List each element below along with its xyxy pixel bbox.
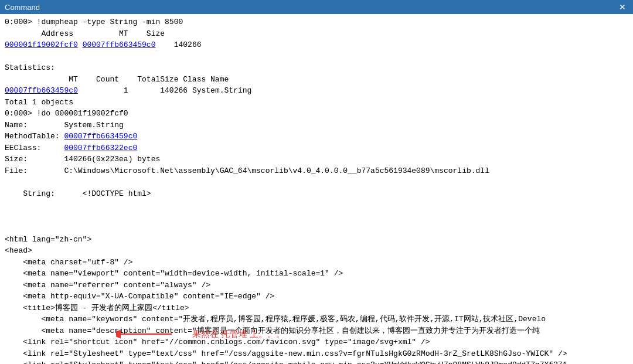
terminal-line: <link rel="Stylesheet" type="text/css" h… <box>5 348 628 360</box>
address-link-2[interactable]: 00007ffb663459c0 <box>83 40 156 49</box>
terminal-line: Total 1 objects <box>5 97 628 108</box>
eeclass-link[interactable]: 00007ffb66322ec0 <box>64 144 137 152</box>
terminal-line: <link rel="shortcut icon" href="//common… <box>5 336 628 348</box>
close-button[interactable]: ✕ <box>617 2 628 12</box>
terminal-line: <meta name="keywords" content="开发者,程序员,博… <box>5 314 628 325</box>
string-doctype-line: String: <!DOCTYPE html> 果然在 托管堆 上。。。 <box>5 176 628 234</box>
address-data-line: 000001f19002fcf0 00007ffb663459c0 140266 <box>5 39 628 51</box>
terminal-line: 0:000> !dumpheap -type String -min 8500 <box>5 16 628 28</box>
terminal-line: <html lang="zh-cn"> <box>5 234 628 246</box>
terminal-line: <meta http-equiv="X-UA-Compatible" conte… <box>5 291 628 302</box>
address-link-1[interactable]: 000001f19002fcf0 <box>5 40 78 49</box>
terminal-line: Size: 140266(0x223ea) bytes <box>5 154 628 165</box>
terminal-line: Name: System.String <box>5 120 628 131</box>
title-bar: Command ✕ <box>0 0 633 14</box>
terminal-line: <head> <box>5 245 628 257</box>
terminal-line: MT Count TotalSize Class Name <box>5 74 628 86</box>
terminal-line: Statistics: <box>5 62 628 74</box>
terminal-line: <meta name="description" content="博客园是一个… <box>5 325 628 337</box>
methodtable-link[interactable]: 00007ffb663459c0 <box>64 132 137 141</box>
stats-mt-link[interactable]: 00007ffb663459c0 <box>5 86 78 95</box>
window-title: Command <box>5 3 40 12</box>
terminal-line: 0:000> !do 000001f19002fcf0 <box>5 108 628 120</box>
methodtable-line: MethodTable: 00007ffb663459c0 <box>5 131 628 142</box>
terminal-line: <meta charset="utf-8" /> <box>5 257 628 268</box>
terminal-line: <meta name="viewport" content="width=dev… <box>5 268 628 280</box>
terminal-line: Address MT Size <box>5 28 628 40</box>
terminal-line: <title>博客园 - 开发者的网上家园</title> <box>5 302 628 314</box>
terminal-content: 0:000> !dumpheap -type String -min 8500 … <box>0 14 633 364</box>
stats-data-line: 00007ffb663459c0 1 140266 System.String <box>5 85 628 97</box>
terminal-line: File: C:\Windows\Microsoft.Net\assembly\… <box>5 165 628 177</box>
eeclass-line: EEClass: 00007ffb66322ec0 <box>5 142 628 154</box>
terminal-line: <meta name="referrer" content="always" /… <box>5 280 628 291</box>
terminal-line: <link rel="Stylesheet" type="text/css" h… <box>5 359 628 364</box>
empty-line <box>5 51 628 63</box>
